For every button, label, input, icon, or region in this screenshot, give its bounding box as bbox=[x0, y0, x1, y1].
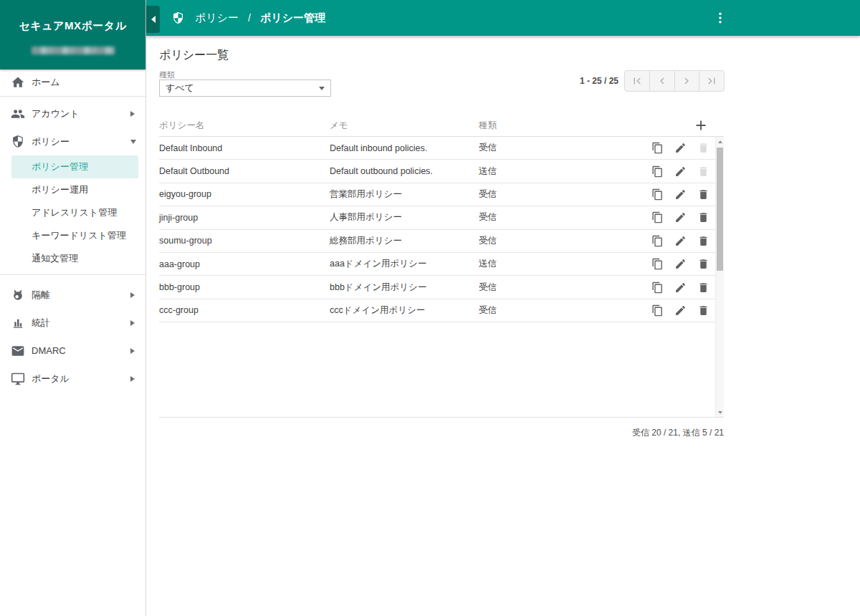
scroll-up-button[interactable] bbox=[716, 137, 725, 146]
top-app-bar: ポリシー / ポリシー管理 bbox=[146, 0, 860, 36]
edit-policy-button[interactable] bbox=[672, 232, 689, 249]
scrollbar-thumb[interactable] bbox=[717, 148, 723, 271]
table-row[interactable]: ccc-group cccドメイン用ポリシー 受信 bbox=[159, 299, 715, 322]
type-cell: 受信 bbox=[479, 188, 565, 201]
table-header: ポリシー名 メモ 種類 bbox=[159, 115, 724, 136]
edit-icon bbox=[674, 281, 687, 294]
copy-icon bbox=[651, 235, 664, 247]
copy-policy-button[interactable] bbox=[649, 186, 666, 203]
type-cell: 受信 bbox=[479, 304, 565, 317]
app-title: セキュアMXポータル bbox=[0, 0, 145, 33]
sidebar-item-quarantine[interactable]: 隔離 bbox=[0, 281, 145, 309]
policy-table-rows: Default Inbound Default inbound policies… bbox=[159, 137, 715, 322]
edit-policy-button[interactable] bbox=[672, 140, 689, 157]
table-row[interactable]: aaa-group aaaドメイン用ポリシー 送信 bbox=[159, 253, 715, 276]
edit-policy-button[interactable] bbox=[672, 186, 689, 203]
scroll-down-button[interactable] bbox=[716, 408, 725, 417]
copy-policy-button[interactable] bbox=[649, 209, 666, 226]
sidebar-item-account[interactable]: アカウント bbox=[0, 100, 145, 127]
policy-name-cell: bbb-group bbox=[159, 282, 330, 292]
memo-cell: 人事部用ポリシー bbox=[330, 211, 479, 223]
collapse-sidebar-button[interactable] bbox=[146, 6, 160, 33]
prev-page-button[interactable] bbox=[649, 70, 675, 92]
delete-policy-button[interactable] bbox=[694, 163, 712, 180]
mail-icon bbox=[11, 344, 25, 358]
sidebar-item-notification-text[interactable]: 通知文管理 bbox=[0, 247, 145, 270]
edit-policy-button[interactable] bbox=[672, 302, 689, 319]
policy-name-cell: eigyou-group bbox=[159, 189, 330, 199]
table-row[interactable]: eigyou-group 営業部用ポリシー 受信 bbox=[159, 183, 715, 206]
memo-cell: 営業部用ポリシー bbox=[330, 188, 479, 201]
sidebar-item-keyword-list[interactable]: キーワードリスト管理 bbox=[0, 224, 145, 247]
last-page-button[interactable] bbox=[699, 70, 725, 92]
table-row[interactable]: bbb-group bbbドメイン用ポリシー 受信 bbox=[159, 276, 715, 299]
sidebar-item-home[interactable]: ホーム bbox=[0, 68, 145, 96]
copy-policy-button[interactable] bbox=[649, 279, 666, 296]
sidebar-item-policy[interactable]: ポリシー bbox=[0, 127, 145, 155]
add-policy-button[interactable] bbox=[692, 117, 710, 134]
sidebar-item-policy-apply[interactable]: ポリシー運用 bbox=[0, 178, 145, 201]
column-header-policy-name: ポリシー名 bbox=[159, 120, 330, 132]
collapse-sidebar-icon bbox=[151, 16, 156, 23]
table-row[interactable]: Default Outbound Default outbound polici… bbox=[159, 160, 715, 183]
delete-policy-button[interactable] bbox=[694, 140, 712, 157]
delete-policy-button[interactable] bbox=[694, 209, 712, 226]
breadcrumb-section[interactable]: ポリシー bbox=[195, 11, 239, 25]
table-row[interactable]: Default Inbound Default inbound policies… bbox=[159, 137, 715, 160]
sidebar-item-label: キーワードリスト管理 bbox=[32, 229, 126, 242]
sidebar-item-address-list[interactable]: アドレスリスト管理 bbox=[0, 201, 145, 224]
copy-policy-button[interactable] bbox=[649, 163, 666, 180]
copy-policy-button[interactable] bbox=[649, 302, 666, 319]
delete-icon bbox=[697, 235, 710, 247]
copy-policy-button[interactable] bbox=[649, 256, 666, 273]
sidebar-divider bbox=[0, 96, 145, 97]
plus-icon bbox=[693, 117, 709, 133]
table-row[interactable]: jinji-group 人事部用ポリシー 受信 bbox=[159, 206, 715, 229]
sidebar-item-label: ポリシー管理 bbox=[32, 160, 88, 173]
copy-policy-button[interactable] bbox=[649, 140, 666, 157]
sidebar-item-statistics[interactable]: 統計 bbox=[0, 309, 145, 337]
kebab-menu-button[interactable] bbox=[712, 9, 729, 27]
next-page-button[interactable] bbox=[674, 70, 700, 92]
row-actions bbox=[649, 140, 715, 157]
pagination-controls bbox=[624, 70, 725, 92]
sidebar-item-label: ポリシー bbox=[32, 135, 70, 148]
memo-cell: cccドメイン用ポリシー bbox=[330, 304, 479, 317]
first-page-button[interactable] bbox=[624, 70, 650, 92]
table-row[interactable]: soumu-group 総務部用ポリシー 受信 bbox=[159, 230, 715, 253]
edit-icon bbox=[674, 142, 687, 154]
edit-policy-button[interactable] bbox=[672, 163, 689, 180]
pagination-range: 1 - 25 / 25 bbox=[475, 76, 618, 86]
delete-policy-button[interactable] bbox=[694, 279, 712, 296]
delete-policy-button[interactable] bbox=[694, 256, 712, 273]
delete-policy-button[interactable] bbox=[694, 302, 712, 319]
delete-icon bbox=[697, 258, 710, 270]
chevron-right-icon bbox=[130, 348, 135, 354]
policy-name-cell: Default Outbound bbox=[159, 166, 330, 176]
row-actions bbox=[649, 256, 715, 273]
edit-policy-button[interactable] bbox=[672, 256, 689, 273]
sidebar-item-policy-management[interactable]: ポリシー管理 bbox=[11, 155, 138, 178]
copy-policy-button[interactable] bbox=[649, 232, 666, 249]
breadcrumb-separator: / bbox=[248, 12, 251, 24]
sidebar-item-dmarc[interactable]: DMARC bbox=[0, 337, 145, 365]
policy-name-cell: soumu-group bbox=[159, 236, 330, 246]
chevron-right-icon bbox=[130, 111, 135, 117]
delete-policy-button[interactable] bbox=[694, 232, 712, 249]
type-cell: 送信 bbox=[479, 258, 565, 270]
copy-icon bbox=[651, 281, 664, 294]
row-actions bbox=[649, 279, 715, 296]
type-filter-label: 種類 bbox=[159, 69, 175, 80]
brand-panel: セキュアMXポータル bbox=[0, 0, 145, 69]
type-cell: 受信 bbox=[479, 281, 565, 294]
edit-policy-button[interactable] bbox=[672, 209, 689, 226]
delete-policy-button[interactable] bbox=[694, 186, 712, 203]
memo-cell: Default outbound policies. bbox=[330, 166, 479, 176]
type-cell: 受信 bbox=[479, 142, 565, 154]
delete-icon bbox=[697, 188, 710, 201]
sidebar-item-label: ポータル bbox=[32, 372, 70, 385]
type-filter-select[interactable]: すべて bbox=[159, 80, 331, 97]
sidebar-item-portal[interactable]: ポータル bbox=[0, 365, 145, 393]
edit-policy-button[interactable] bbox=[672, 279, 689, 296]
sidebar: セキュアMXポータル ホーム アカウント bbox=[0, 0, 146, 616]
